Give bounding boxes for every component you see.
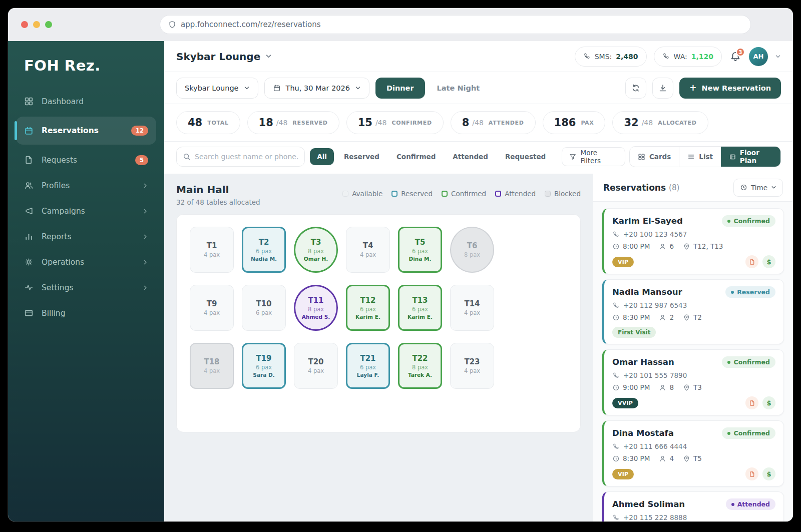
new-reservation-button[interactable]: + New Reservation [679,78,781,99]
reservations-count-badge: 12 [131,126,148,136]
avatar[interactable]: AH [749,47,768,66]
filter-pill-attended[interactable]: Attended [446,148,495,165]
table-t5[interactable]: T56 paxDina M. [398,227,442,273]
table-t4[interactable]: T44 pax [346,227,390,273]
table-t11[interactable]: T118 paxAhmed S. [294,285,338,331]
table-t2[interactable]: T26 paxNadia M. [242,227,286,273]
reservation-pax: 8 [669,383,674,391]
chevron-down-icon [265,53,272,60]
status-dot [727,220,730,223]
reservation-card-nadia-mansour[interactable]: Nadia Mansour Reserved +20 112 987 6543 … [602,279,784,344]
sidebar-item-dashboard[interactable]: Dashboard [16,89,156,114]
sidebar-item-billing[interactable]: Billing [16,301,156,325]
stat-label: ALLOCATED [658,120,696,126]
url-bar[interactable]: app.fohconnect.com/rez/reservations [160,15,751,34]
floor-plan-subtitle: 32 of 48 tables allocated [176,198,260,206]
note-action-button[interactable] [745,396,758,409]
chevron-down-icon[interactable] [775,54,781,60]
payment-action-button[interactable]: $ [762,396,775,409]
view-label: List [699,153,713,161]
notifications-button[interactable]: 3 [730,51,741,62]
stat-label: CONFIRMED [391,120,432,126]
zoom-window-button[interactable] [45,21,52,28]
close-window-button[interactable] [21,21,28,28]
export-button[interactable] [652,78,673,99]
notification-count-badge: 3 [736,48,745,57]
sort-by-time-button[interactable]: Time [733,179,783,197]
table-t9[interactable]: T94 pax [190,285,234,331]
floor-plan-title: Main Hall [176,184,260,196]
minimize-window-button[interactable] [33,21,40,28]
note-action-button[interactable] [745,467,758,480]
table-t18[interactable]: T184 pax [190,343,234,389]
venue-title-dropdown[interactable]: Skybar Lounge [176,51,272,63]
refresh-button[interactable] [625,78,646,99]
table-t20[interactable]: T204 pax [294,343,338,389]
sidebar-item-requests[interactable]: Requests 5 [16,148,156,172]
sidebar-item-campaigns[interactable]: Campaigns [16,199,156,223]
table-label: T13 [412,296,428,305]
reservation-card-karim-el-sayed[interactable]: Karim El-Sayed Confirmed +20 100 123 456… [602,208,784,274]
table-label: T11 [308,296,323,305]
status-badge: Confirmed [722,356,775,368]
sidebar-item-settings[interactable]: Settings [16,275,156,300]
filter-pill-confirmed[interactable]: Confirmed [389,148,443,165]
view-label: Floor Plan [740,149,772,165]
phone-icon [612,302,620,309]
table-t21[interactable]: T216 paxLayla F. [346,343,390,389]
filters-row: AllReservedConfirmedAttendedRequested Mo… [164,142,793,174]
reservation-card-ahmed-soliman[interactable]: Ahmed Soliman Attended +20 115 222 8888 … [602,491,784,521]
table-pax: 4 pax [464,367,480,374]
table-t10[interactable]: T106 pax [242,285,286,331]
status-filter-pills: AllReservedConfirmedAttendedRequested [309,148,553,165]
shift-tab-dinner[interactable]: Dinner [375,78,425,99]
table-t19[interactable]: T196 paxSara D. [242,343,286,389]
reservation-card-omar-hassan[interactable]: Omar Hassan Confirmed +20 101 555 7890 9… [602,349,784,415]
more-filters-button[interactable]: More Filters [562,147,625,166]
calendar-icon [273,84,281,92]
sidebar-item-operations[interactable]: Operations [16,250,156,274]
chevron-right-icon [142,285,148,291]
stat-suffix: /48 [375,119,387,127]
clock-icon [612,384,620,391]
date-picker[interactable]: Thu, 30 Mar 2026 [264,78,369,99]
table-t13[interactable]: T136 paxKarim E. [398,285,442,331]
table-t22[interactable]: T228 paxTarek A. [398,343,442,389]
reservations-count: (8) [669,183,679,192]
table-pax: 6 pax [256,364,272,371]
page-title: Skybar Lounge [176,51,260,63]
payment-action-button[interactable]: $ [762,467,775,480]
search-input[interactable] [195,153,298,161]
chevron-right-icon [142,183,148,189]
search-box[interactable] [176,147,305,167]
table-t23[interactable]: T234 pax [450,343,494,389]
legend-swatch-reserved [391,191,397,197]
whatsapp-credits-pill[interactable]: WA: 1,120 [654,47,722,67]
shift-tab-late-night[interactable]: Late Night [431,78,486,99]
filter-pill-requested[interactable]: Requested [498,148,553,165]
table-t14[interactable]: T144 pax [450,285,494,331]
view-toggle-cards[interactable]: Cards [630,147,679,167]
filter-pill-all[interactable]: All [310,148,334,165]
page-header: Skybar Lounge SMS: 2,480 WA: 1,120 [164,41,793,72]
venue-select[interactable]: Skybar Lounge [176,78,258,99]
guest-phone: +20 115 222 8888 [623,513,687,521]
table-t12[interactable]: T126 paxKarim E. [346,285,390,331]
note-action-button[interactable] [745,255,758,268]
filter-pill-reserved[interactable]: Reserved [337,148,386,165]
view-toggle-list[interactable]: List [679,147,721,167]
sms-credits-pill[interactable]: SMS: 2,480 [575,47,647,67]
reservation-card-dina-mostafa[interactable]: Dina Mostafa Confirmed +20 111 666 4444 … [602,420,784,486]
chevron-right-icon [142,208,148,214]
person-icon [659,455,666,462]
sidebar-item-reports[interactable]: Reports [16,224,156,249]
payment-action-button[interactable]: $ [762,255,775,268]
table-t3[interactable]: T38 paxOmar H. [294,227,338,273]
view-toggle-floor-plan[interactable]: Floor Plan [721,147,780,167]
table-t6[interactable]: T68 pax [450,227,494,273]
table-t1[interactable]: T14 pax [190,227,234,273]
sidebar-item-profiles[interactable]: Profiles [16,173,156,198]
stat-label: PAX [581,120,594,126]
table-pax: 6 pax [256,248,272,255]
sidebar-item-reservations[interactable]: Reservations 12 [16,117,156,145]
